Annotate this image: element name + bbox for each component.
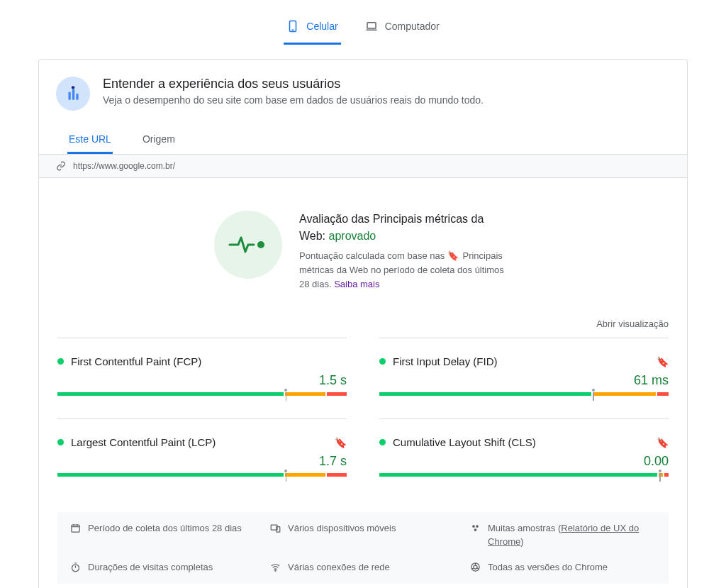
bookmark-icon: 🔖 xyxy=(447,250,459,261)
card-header: Entender a experiência dos seus usuários… xyxy=(39,77,687,118)
bookmark-icon: 🔖 xyxy=(335,437,347,448)
wifi-icon xyxy=(270,562,281,572)
status-dot-good xyxy=(379,439,386,445)
metric-name: First Input Delay (FID) xyxy=(393,355,649,367)
status-dot-good xyxy=(379,358,386,365)
calendar-icon xyxy=(70,523,81,533)
bar-segment-needs-improvement xyxy=(285,473,325,477)
devices-icon xyxy=(270,523,281,533)
metrics-grid: First Contentful Paint (FCP) 1.5 s First… xyxy=(39,338,687,499)
svg-rect-2 xyxy=(367,23,376,28)
meta-samples: Muitas amostras (Relatório de UX do Chro… xyxy=(470,522,656,548)
bar-segment-needs-improvement xyxy=(285,392,325,396)
metric-name: Largest Contentful Paint (LCP) xyxy=(71,436,328,448)
svg-rect-4 xyxy=(69,92,71,100)
distribution-bar xyxy=(379,473,669,477)
bar-segment-good xyxy=(57,392,284,396)
percentile-marker xyxy=(284,470,287,482)
svg-point-8 xyxy=(257,241,264,248)
tab-origin[interactable]: Origem xyxy=(141,126,177,154)
bar-segment-good xyxy=(379,473,657,477)
bar-segment-good xyxy=(57,473,284,477)
tab-this-url[interactable]: Este URL xyxy=(67,126,113,154)
open-visualization-link[interactable]: Abrir visualização xyxy=(39,313,687,338)
metric-value: 61 ms xyxy=(379,373,669,388)
laptop-icon xyxy=(365,20,378,33)
assessment-title: Avaliação das Principais métricas da Web… xyxy=(299,211,512,245)
svg-point-7 xyxy=(72,86,74,89)
metric-card[interactable]: Cumulative Layout Shift (CLS) 🔖 0.00 xyxy=(379,418,669,499)
bar-segment-good xyxy=(379,392,591,396)
users-icon xyxy=(56,77,90,111)
svg-line-25 xyxy=(476,568,479,569)
bar-segment-needs-improvement xyxy=(593,392,656,396)
assessment-status: aprovado xyxy=(329,230,376,242)
field-data-card: Entender a experiência dos seus usuários… xyxy=(38,59,688,588)
status-dot-good xyxy=(57,358,64,365)
stopwatch-icon xyxy=(70,562,81,572)
device-tabs: Celular Computador xyxy=(0,0,726,50)
svg-point-17 xyxy=(474,529,477,532)
percentile-marker xyxy=(284,389,287,401)
card-title: Entender a experiência dos seus usuários xyxy=(103,77,484,91)
distribution-bar xyxy=(57,392,347,396)
status-dot-good xyxy=(57,439,64,445)
link-icon xyxy=(56,161,66,171)
metric-value: 1.7 s xyxy=(57,454,347,469)
metric-name: Cumulative Layout Shift (CLS) xyxy=(393,436,649,448)
chrome-icon xyxy=(470,562,481,572)
tab-mobile-label: Celular xyxy=(306,21,337,32)
bar-segment-poor xyxy=(327,392,347,396)
samples-icon xyxy=(470,523,481,533)
metric-value: 0.00 xyxy=(379,454,669,469)
meta-durations: Durações de visitas completas xyxy=(70,561,256,574)
metric-card[interactable]: First Contentful Paint (FCP) 1.5 s xyxy=(57,338,347,418)
percentile-marker xyxy=(659,470,661,482)
svg-rect-5 xyxy=(72,89,74,100)
bookmark-icon: 🔖 xyxy=(657,437,669,448)
meta-period: Período de coleta dos últimos 28 dias xyxy=(70,522,256,548)
tab-mobile[interactable]: Celular xyxy=(284,16,340,45)
svg-line-26 xyxy=(472,568,474,569)
footer-meta: Período de coleta dos últimos 28 dias Vá… xyxy=(57,512,669,584)
metric-card[interactable]: First Input Delay (FID) 🔖 61 ms xyxy=(379,338,669,418)
scope-tabs: Este URL Origem xyxy=(39,118,687,155)
percentile-marker xyxy=(592,389,595,401)
assessment-description: Pontuação calculada com base nas 🔖 Princ… xyxy=(299,249,512,292)
pulse-icon xyxy=(214,211,282,279)
svg-point-16 xyxy=(476,526,479,528)
phone-icon xyxy=(286,20,299,33)
tab-desktop-label: Computador xyxy=(385,21,440,32)
url-text: https://www.google.com.br/ xyxy=(73,161,175,171)
bar-segment-poor xyxy=(664,473,669,477)
meta-versions: Todas as versões do Chrome xyxy=(470,561,656,574)
meta-networks: Várias conexões de rede xyxy=(270,561,456,574)
assessment-block: Avaliação das Principais métricas da Web… xyxy=(39,178,687,313)
distribution-bar xyxy=(57,473,347,477)
bar-segment-poor xyxy=(657,392,669,396)
svg-point-21 xyxy=(275,570,276,571)
meta-devices: Vários dispositivos móveis xyxy=(270,522,456,548)
bar-segment-poor xyxy=(327,473,347,477)
svg-rect-9 xyxy=(72,526,79,533)
metric-card[interactable]: Largest Contentful Paint (LCP) 🔖 1.7 s xyxy=(57,418,347,499)
metric-value: 1.5 s xyxy=(57,373,347,388)
bookmark-icon: 🔖 xyxy=(657,356,669,367)
card-subtitle: Veja o desempenho do seu site com base e… xyxy=(103,94,484,106)
distribution-bar xyxy=(379,392,669,396)
metric-name: First Contentful Paint (FCP) xyxy=(71,355,347,367)
svg-point-15 xyxy=(472,526,475,528)
learn-more-link[interactable]: Saiba mais xyxy=(334,279,379,289)
url-bar: https://www.google.com.br/ xyxy=(39,155,687,178)
tab-desktop[interactable]: Computador xyxy=(362,16,442,45)
svg-rect-6 xyxy=(76,94,78,100)
